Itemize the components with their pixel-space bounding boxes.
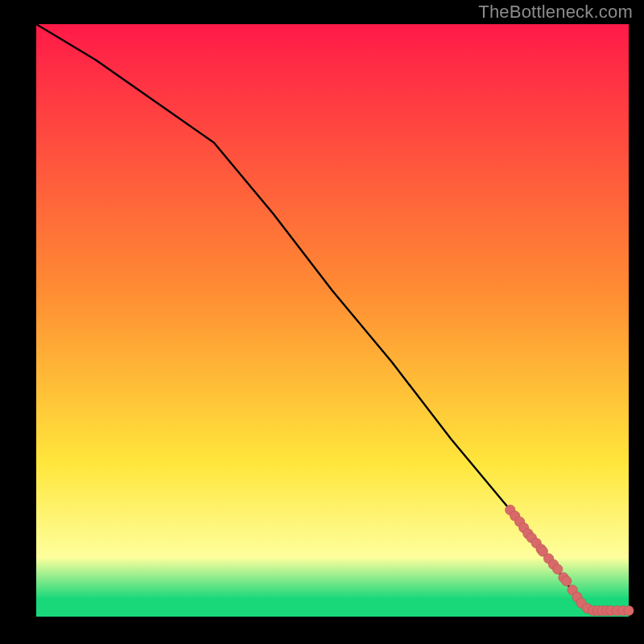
chart-stage: TheBottleneck.com	[0, 0, 644, 644]
bottleneck-chart	[0, 0, 644, 644]
scatter-point	[553, 564, 563, 574]
scatter-point	[562, 576, 572, 586]
scatter-point	[624, 605, 634, 615]
plot-background	[36, 24, 629, 617]
